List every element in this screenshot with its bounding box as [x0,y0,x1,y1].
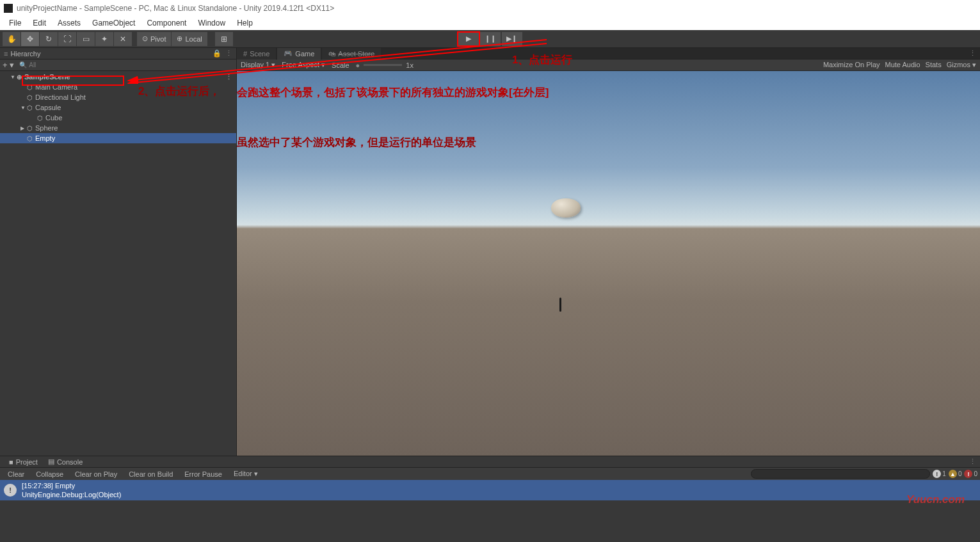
error-icon: ! [964,470,972,478]
capsule-object [551,198,581,218]
menu-edit[interactable]: Edit [28,17,51,29]
info-badge[interactable]: !1 [933,470,946,478]
main-toolbar: ✋ ✥ ↻ ⛶ ▭ ✦ ✕ ⊙Pivot ⊕Local ⊞ ▶ ❙❙ ▶❙ [0,30,980,48]
hierarchy-item-capsule[interactable]: ▼⬡Capsule [0,102,236,113]
tab-asset-store[interactable]: 🛍Asset Store [322,48,381,60]
snap-toggle[interactable]: ⊞ [215,32,233,46]
console-body [0,500,980,539]
clear-button[interactable]: Clear [3,469,29,479]
hierarchy-item-camera[interactable]: ⬡Main Camera [0,82,236,92]
game-render [237,71,980,456]
menu-window[interactable]: Window [193,17,230,29]
gameobject-icon: ⬡ [27,104,33,111]
pivot-toggle[interactable]: ⊙Pivot [137,32,171,46]
game-toolbar: Display 1 ▾ Free Aspect ▾ Scale ● 1x Max… [237,60,980,71]
clear-on-build-toggle[interactable]: Clear on Build [124,469,178,479]
stats-toggle[interactable]: Stats [926,61,942,69]
clear-on-play-toggle[interactable]: Clear on Play [70,469,122,479]
hierarchy-panel: ≡ Hierarchy 🔒 ⋮ + ▾ 🔍 ▼ ⊕ SampleScene ⋮ … [0,48,237,456]
menu-component[interactable]: Component [141,17,191,29]
tab-options-icon[interactable]: ⋮ [969,49,976,58]
panel-options-icon[interactable]: ⋮ [225,49,232,58]
error-badge[interactable]: !0 [964,470,977,478]
mute-toggle[interactable]: Mute Audio [885,61,920,69]
gizmos-toggle[interactable]: Gizmos ▾ [947,61,976,69]
menu-file[interactable]: File [4,17,26,29]
info-icon: ! [933,470,941,478]
info-icon: ! [4,484,17,497]
warn-icon: ▲ [949,470,957,478]
hierarchy-search[interactable] [29,61,234,68]
gameobject-icon: ⬡ [27,135,33,142]
play-button[interactable]: ▶ [458,32,479,46]
search-icon: 🔍 [19,61,27,68]
expand-icon[interactable]: ▼ [20,105,27,111]
lock-icon[interactable]: 🔒 [213,49,221,58]
console-search[interactable] [751,469,930,479]
stick-object [559,298,561,312]
menu-help[interactable]: Help [232,17,258,29]
tab-project[interactable]: ■Project [4,458,43,466]
msg-line2: UnityEngine.Debug:Log(Object) [22,490,121,499]
error-pause-toggle[interactable]: Error Pause [179,469,227,479]
tab-console[interactable]: ▤Console [43,458,88,466]
transform-tool[interactable]: ✦ [95,32,113,46]
hierarchy-header[interactable]: ≡ Hierarchy 🔒 ⋮ [0,48,236,60]
hierarchy-tree: ▼ ⊕ SampleScene ⋮ ⬡Main Camera ⬡Directio… [0,71,236,456]
msg-line1: [15:27:38] Empty [22,481,121,490]
move-tool[interactable]: ✥ [21,32,39,46]
collapse-icon[interactable]: ▶ [20,125,27,131]
scene-row[interactable]: ▼ ⊕ SampleScene ⋮ [0,72,236,82]
expand-icon[interactable]: ▼ [10,74,17,80]
scale-value: 1x [406,61,414,69]
tab-scene[interactable]: #Scene [237,48,276,60]
titlebar: unityProjectName - SampleScene - PC, Mac… [0,0,980,16]
warn-badge[interactable]: ▲0 [949,470,962,478]
hierarchy-item-light[interactable]: ⬡Directional Light [0,92,236,102]
view-tabs: #Scene 🎮Game 🛍Asset Store ⋮ [237,48,980,60]
add-button[interactable]: + ▾ [3,60,14,70]
scale-slider[interactable] [364,64,402,66]
hierarchy-item-cube[interactable]: ⬡Cube [0,113,236,123]
viewport-area: #Scene 🎮Game 🛍Asset Store ⋮ Display 1 ▾ … [237,48,980,456]
console-icon: ▤ [48,458,54,466]
collapse-toggle[interactable]: Collapse [31,469,68,479]
display-dropdown[interactable]: Display 1 ▾ [241,61,275,69]
game-view[interactable]: 会跑这整个场景，包括了该场景下的所有独立的游戏对象[在外层] 虽然选中了某个游戏… [237,71,980,456]
tab-game[interactable]: 🎮Game [277,48,321,60]
gameobject-icon: ⬡ [37,115,43,122]
gameobject-icon: ⬡ [27,94,33,101]
folder-icon: ■ [9,458,13,466]
title-text: unityProjectName - SampleScene - PC, Mac… [17,4,334,13]
rotate-tool[interactable]: ↻ [40,32,58,46]
watermark: Yuucn.com [906,493,965,506]
pause-button[interactable]: ❙❙ [480,32,501,46]
console-message[interactable]: ! [15:27:38] Empty UnityEngine.Debug:Log… [0,480,980,500]
bottom-tabs: ■Project ▤Console ⋮ [0,456,980,467]
hand-tool[interactable]: ✋ [3,32,20,46]
scene-options-icon[interactable]: ⋮ [225,73,232,81]
panel-options-icon[interactable]: ⋮ [969,458,976,466]
playback-controls: ▶ ❙❙ ▶❙ [458,32,522,46]
rect-tool[interactable]: ▭ [77,32,95,46]
local-toggle[interactable]: ⊕Local [172,32,207,46]
gameobject-icon: ⬡ [27,84,33,91]
hierarchy-item-empty[interactable]: ⬡Empty [0,133,236,143]
scale-label: Scale [332,61,349,69]
console-toolbar: Clear Collapse Clear on Play Clear on Bu… [0,467,980,480]
menu-gameobject[interactable]: GameObject [87,17,140,29]
hierarchy-item-sphere[interactable]: ▶⬡Sphere [0,123,236,133]
panel-menu-icon: ≡ [4,50,8,58]
aspect-dropdown[interactable]: Free Aspect ▾ [282,61,325,69]
editor-dropdown[interactable]: Editor ▾ [229,468,263,479]
maximize-toggle[interactable]: Maximize On Play [823,61,880,69]
hierarchy-toolbar: + ▾ 🔍 [0,60,236,71]
menubar: File Edit Assets GameObject Component Wi… [0,16,980,30]
gameobject-icon: ⬡ [27,125,33,132]
step-button[interactable]: ▶❙ [502,32,522,46]
menu-assets[interactable]: Assets [52,17,86,29]
unity-scene-icon: ⊕ [17,74,22,81]
custom-tool[interactable]: ✕ [114,32,132,46]
unity-icon [4,4,13,13]
scale-tool[interactable]: ⛶ [58,32,76,46]
